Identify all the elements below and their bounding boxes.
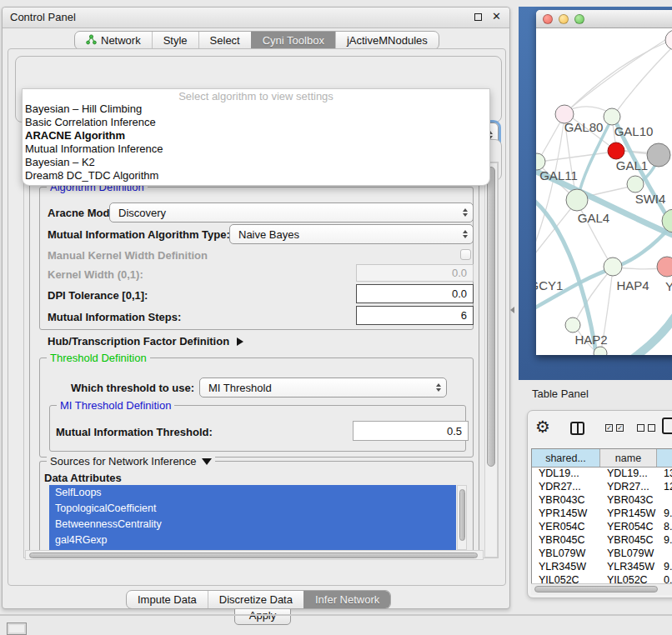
table-cell[interactable]	[657, 548, 672, 561]
table-row[interactable]: YDR27...YDR27...12	[532, 481, 672, 494]
attribute-item-topologicalcoefficient[interactable]: TopologicalCoefficient	[49, 501, 456, 517]
settings-gear-icon[interactable]: ⚙	[535, 418, 550, 435]
table-cell[interactable]: YBR045C	[600, 534, 657, 548]
float-window-icon[interactable]	[474, 13, 482, 21]
mi-steps-input[interactable]: 6	[356, 306, 474, 325]
table-row[interactable]: YLR345WYLR345W9.	[532, 561, 672, 574]
table-row[interactable]: YBL079WYBL079W	[532, 548, 672, 561]
table-cell[interactable]: YBR043C	[600, 494, 657, 508]
table-cell[interactable]: YDL19...	[600, 468, 657, 481]
attribute-item-gal4rgexp[interactable]: gal4RGexp	[49, 532, 456, 548]
which-threshold-combobox[interactable]: MI Threshold	[199, 378, 447, 398]
tab-discretize-data[interactable]: Discretize Data	[208, 591, 303, 608]
minimize-traffic-light-icon[interactable]	[559, 14, 569, 24]
close-traffic-light-icon[interactable]	[543, 14, 553, 24]
network-node[interactable]	[647, 143, 670, 167]
table-cell[interactable]	[657, 494, 672, 508]
attribute-item-selfloops[interactable]: SelfLoops	[49, 485, 456, 501]
manual-kernel-checkbox[interactable]	[460, 249, 471, 260]
table-cell[interactable]: 8.	[657, 521, 672, 534]
table-row[interactable]: YBR045CYBR045C9.	[532, 534, 672, 548]
close-icon[interactable]: ✕	[492, 10, 501, 22]
network-node-y[interactable]	[657, 257, 672, 277]
table-cell[interactable]: 9.	[657, 534, 672, 548]
network-window-titlebar[interactable]	[536, 10, 672, 28]
table-row[interactable]: YBR043CYBR043C	[532, 494, 672, 508]
zoom-traffic-light-icon[interactable]	[574, 14, 584, 24]
network-node-hap4[interactable]	[604, 258, 622, 276]
tab-impute-data[interactable]: Impute Data	[127, 591, 208, 608]
settings-horizontal-scrollbar[interactable]	[25, 550, 484, 560]
deselect-all-checkboxes-icon[interactable]	[637, 424, 644, 432]
collapsed-panel-icon[interactable]	[7, 622, 27, 635]
function-icon-partial[interactable]	[662, 418, 672, 434]
network-canvas[interactable]: GAL80GAL10GAL1GAL11GAL4SWI4GCY1HAP4YHAP2	[536, 28, 672, 355]
tab-infer-network[interactable]: Infer Network	[303, 591, 390, 608]
table-cell[interactable]: 13	[657, 468, 672, 481]
table-cell[interactable]: YBR045C	[532, 534, 600, 548]
dropdown-item-aracne-algorithm[interactable]: ARACNE Algorithm	[23, 129, 489, 142]
deselect-all-checkboxes-icon[interactable]	[648, 424, 655, 432]
table-cell[interactable]: YDR27...	[532, 481, 600, 494]
tab-style[interactable]: Style	[152, 32, 198, 49]
table-cell[interactable]: YDL19...	[532, 468, 600, 481]
table-horizontal-scrollbar[interactable]	[531, 583, 672, 595]
dropdown-item-basic-correlation-inference[interactable]: Basic Correlation Inference	[23, 116, 489, 129]
table-row[interactable]: YDL19...YDL19...13	[532, 468, 672, 481]
table-cell[interactable]: YBR043C	[532, 494, 600, 508]
mi-type-combobox[interactable]: Naive Bayes	[229, 224, 474, 244]
network-edge[interactable]	[568, 41, 669, 111]
network-node[interactable]	[665, 30, 672, 50]
table-cell[interactable]: YDR27...	[600, 481, 657, 494]
settings-vertical-scrollbar[interactable]	[484, 162, 498, 558]
dropdown-item-dream8-dc-tdc-algorithm[interactable]: Dream8 DC_TDC Algorithm	[23, 169, 489, 182]
select-all-checkboxes-icon[interactable]: ✓	[605, 424, 613, 432]
split-columns-icon[interactable]	[570, 422, 584, 435]
network-edge[interactable]	[614, 45, 672, 114]
node-attribute-table[interactable]: shared...nameAYDL19...YDL19...13YDR27...…	[531, 448, 672, 588]
table-cell[interactable]: YBL079W	[532, 548, 600, 561]
network-edge[interactable]	[566, 38, 668, 112]
table-cell[interactable]: 12	[657, 481, 672, 494]
dpi-tolerance-input[interactable]: 0.0	[356, 284, 474, 303]
expander-expanded-icon[interactable]	[202, 458, 212, 465]
tab-network[interactable]: Network	[75, 32, 152, 49]
network-node-swi4[interactable]	[627, 176, 644, 192]
control-panel-titlebar[interactable]: Control Panel ✕	[3, 8, 509, 28]
hub-definition-expander[interactable]: Hub/Transcription Factor Definition	[48, 335, 243, 348]
kernel-width-input[interactable]: 0.0	[356, 264, 474, 282]
aracne-mode-combobox[interactable]: Discovery	[109, 202, 474, 222]
network-node-gal11[interactable]	[536, 153, 545, 170]
table-cell[interactable]: YBL079W	[600, 548, 657, 561]
data-attributes-list[interactable]: SelfLoopsTopologicalCoefficientBetweenne…	[49, 485, 456, 550]
table-cell[interactable]: 9.	[657, 508, 672, 521]
table-cell[interactable]: YLR345W	[532, 561, 600, 574]
network-node-hap2[interactable]	[565, 318, 580, 332]
dropdown-item-mutual-information-inference[interactable]: Mutual Information Inference	[23, 142, 489, 156]
column-header-shared[interactable]: shared...	[532, 449, 600, 467]
dropdown-item-bayesian-hill-climbing[interactable]: Bayesian – Hill Climbing	[23, 102, 489, 116]
network-view-window[interactable]: GAL80GAL10GAL1GAL11GAL4SWI4GCY1HAP4YHAP2	[536, 10, 672, 355]
column-header-name[interactable]: name	[600, 449, 657, 467]
split-pane-collapse-icon[interactable]	[510, 307, 514, 313]
table-cell[interactable]: YPR145W	[600, 508, 657, 521]
network-node-gal4[interactable]	[566, 189, 588, 211]
table-cell[interactable]: YPR145W	[532, 508, 600, 521]
table-cell[interactable]: YER054C	[532, 521, 600, 534]
table-cell[interactable]: 9.	[657, 561, 672, 574]
network-node-gal1[interactable]	[608, 142, 624, 159]
select-all-checkboxes-icon[interactable]: ✓	[616, 424, 624, 432]
network-edge-weighted[interactable]	[626, 293, 672, 355]
table-cell[interactable]: YLR345W	[600, 561, 657, 574]
table-row[interactable]: YER054CYER054C8.	[532, 521, 672, 534]
column-header-a[interactable]: A	[657, 449, 672, 467]
tab-select[interactable]: Select	[198, 32, 251, 49]
mi-threshold-input[interactable]: 0.5	[353, 421, 469, 441]
tab-cyni-toolbox[interactable]: Cyni Toolbox	[251, 32, 335, 49]
tab-jactivemnodules[interactable]: jActiveMNodules	[335, 32, 439, 49]
attribute-item-betweennesscentrality[interactable]: BetweennessCentrality	[49, 517, 456, 532]
attributes-scrollbar[interactable]	[457, 485, 467, 550]
network-edge[interactable]	[539, 152, 614, 162]
table-row[interactable]: YPR145WYPR145W9.	[532, 508, 672, 521]
dropdown-item-bayesian-k2[interactable]: Bayesian – K2	[23, 156, 489, 169]
